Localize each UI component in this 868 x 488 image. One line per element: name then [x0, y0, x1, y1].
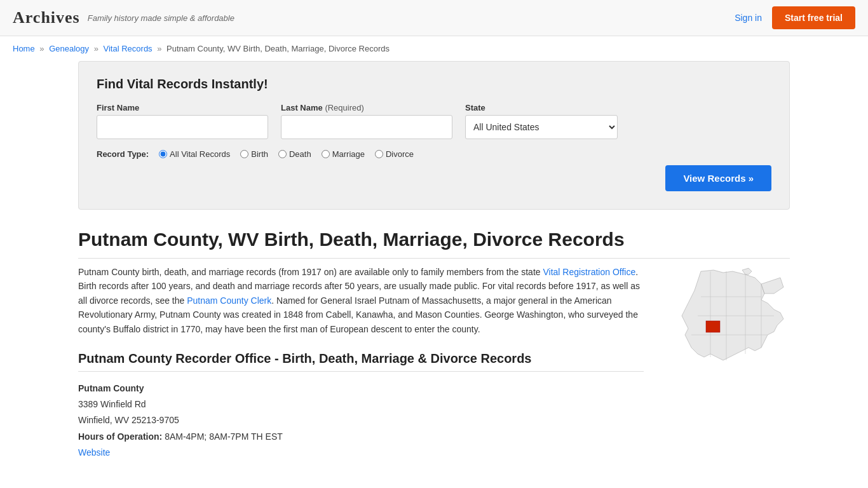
office-name: Putnam County [78, 381, 644, 396]
desc-before: Putnam County birth, death, and marriage… [78, 267, 543, 277]
page-title: Putnam County, WV Birth, Death, Marriage… [78, 229, 790, 259]
hours-label: Hours of Operation: [78, 431, 162, 442]
office-address1: 3389 Winfield Rd [78, 396, 644, 412]
radio-birth[interactable]: Birth [240, 149, 268, 159]
radio-divorce-label: Divorce [386, 149, 414, 159]
wv-map-area [663, 265, 790, 461]
breadcrumb-genealogy[interactable]: Genealogy [49, 44, 89, 53]
search-btn-row: View Records » [97, 165, 771, 191]
first-name-label: First Name [97, 103, 268, 112]
radio-all-vital-label: All Vital Records [170, 149, 230, 159]
wv-map-svg [663, 265, 790, 379]
record-type-row: Record Type: All Vital Records Birth Dea… [97, 149, 771, 159]
view-records-button[interactable]: View Records » [665, 165, 771, 191]
search-fields: First Name Last Name (Required) State Al… [97, 103, 771, 139]
main-content: Find Vital Records Instantly! First Name… [65, 61, 803, 486]
radio-birth-label: Birth [251, 149, 268, 159]
last-name-required: (Required) [325, 103, 363, 112]
radio-divorce[interactable]: Divorce [375, 149, 414, 159]
content-area: Putnam County birth, death, and marriage… [78, 265, 790, 461]
state-label: State [465, 103, 618, 112]
header-right: Sign in Start free trial [735, 6, 855, 29]
radio-death-label: Death [289, 149, 311, 159]
office-website: Website [78, 445, 644, 461]
radio-marriage[interactable]: Marriage [322, 149, 365, 159]
site-tagline: Family history made simple & affordable [88, 13, 234, 23]
header-left: Archives Family history made simple & af… [13, 8, 234, 27]
radio-death-input[interactable] [278, 150, 287, 158]
radio-death[interactable]: Death [278, 149, 311, 159]
last-name-label: Last Name (Required) [281, 103, 452, 112]
last-name-input[interactable] [281, 115, 452, 139]
search-box: Find Vital Records Instantly! First Name… [78, 61, 790, 210]
first-name-input[interactable] [97, 115, 268, 139]
last-name-field-group: Last Name (Required) [281, 103, 452, 139]
radio-birth-input[interactable] [240, 150, 248, 158]
hours-value: 8AM-4PM; 8AM-7PM TH EST [165, 431, 283, 442]
site-logo: Archives [13, 8, 80, 27]
breadcrumb-sep-2: » [94, 44, 98, 53]
radio-all-vital-input[interactable] [159, 150, 167, 158]
breadcrumb-sep-1: » [39, 44, 44, 53]
county-clerk-link[interactable]: Putnam County Clerk [187, 295, 271, 306]
breadcrumb-sep-3: » [157, 44, 161, 53]
breadcrumb-home[interactable]: Home [13, 44, 35, 53]
radio-all-vital[interactable]: All Vital Records [159, 149, 230, 159]
putnam-county-highlight [706, 321, 720, 332]
sign-in-link[interactable]: Sign in [735, 13, 762, 23]
office-info: Putnam County 3389 Winfield Rd Winfield,… [78, 381, 644, 461]
radio-marriage-label: Marriage [332, 149, 365, 159]
website-link[interactable]: Website [78, 447, 110, 458]
content-text: Putnam County birth, death, and marriage… [78, 265, 644, 461]
radio-divorce-input[interactable] [375, 150, 383, 158]
recorder-section-heading: Putnam County Recorder Office - Birth, D… [78, 351, 644, 372]
site-header: Archives Family history made simple & af… [0, 0, 868, 36]
first-name-field-group: First Name [97, 103, 268, 139]
office-hours: Hours of Operation: 8AM-4PM; 8AM-7PM TH … [78, 429, 644, 445]
state-field-group: State All United States [465, 103, 618, 139]
breadcrumb: Home » Genealogy » Vital Records » Putna… [0, 36, 868, 61]
start-trial-button[interactable]: Start free trial [772, 6, 855, 29]
breadcrumb-current: Putnam County, WV Birth, Death, Marriage… [166, 44, 390, 53]
vital-registration-link[interactable]: Vital Registration Office [543, 267, 635, 277]
description-paragraph: Putnam County birth, death, and marriage… [78, 265, 644, 336]
office-address2: Winfield, WV 25213-9705 [78, 412, 644, 428]
breadcrumb-vital-records[interactable]: Vital Records [104, 44, 153, 53]
search-title: Find Vital Records Instantly! [97, 77, 771, 92]
radio-marriage-input[interactable] [322, 150, 330, 158]
state-select[interactable]: All United States [465, 115, 618, 139]
record-type-radio-group: All Vital Records Birth Death Marriage D… [159, 149, 414, 159]
record-type-label: Record Type: [97, 149, 149, 159]
